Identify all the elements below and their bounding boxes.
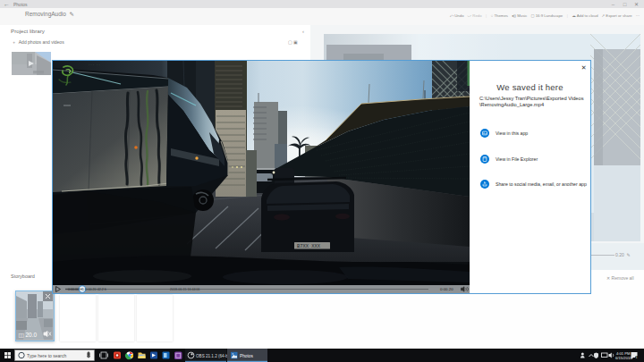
svg-text:1: 1 [636,356,638,359]
svg-text:0:00.00·HD·0:00.20·42.2 ft: 0:00.00·HD·0:00.20·42.2 ft [68,288,106,291]
svg-text:2018-06-15 16:44:06: 2018-06-15 16:44:06 [170,288,199,291]
svg-text:OBS 21.1.2 (64-bi...: OBS 21.1.2 (64-bi... [196,354,233,358]
svg-text:0:00.20: 0:00.20 [440,287,453,291]
svg-text:B7XX XXX: B7XX XXX [297,244,321,249]
svg-text:6/15/2018: 6/15/2018 [615,356,632,360]
svg-text:··· ··: ··· ·· [89,63,101,67]
svg-text:4:01 PM: 4:01 PM [616,351,631,356]
svg-text:Photos: Photos [240,354,254,358]
svg-text:Type here to search: Type here to search [27,353,66,358]
